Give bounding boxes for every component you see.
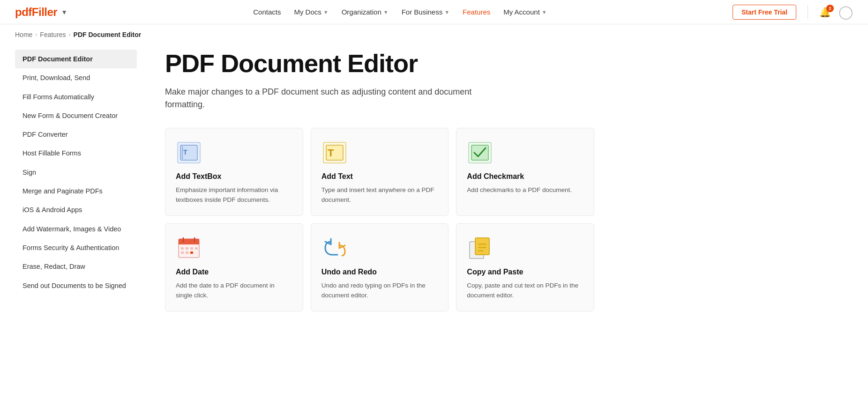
sidebar: PDF Document Editor Print, Download, Sen… (15, 45, 137, 311)
feature-card-textbox: T Add TextBox Emphasize important inform… (165, 128, 303, 216)
sidebar-item-new-form[interactable]: New Form & Document Creator (15, 106, 137, 125)
nav-organization[interactable]: Organization ▼ (342, 8, 389, 16)
svg-rect-17 (181, 251, 184, 254)
undo-desc: Undo and redo typing on PDFs in the docu… (322, 281, 438, 301)
account-chevron-icon: ▼ (542, 9, 547, 15)
logo-chevron-icon[interactable]: ▼ (61, 8, 67, 16)
logo-pdf-text: pdf (15, 6, 32, 18)
main-header: pdfFiller ▼ Contacts My Docs ▼ Organizat… (0, 0, 868, 24)
logo-area: pdfFiller ▼ (15, 6, 67, 19)
header-divider (808, 5, 808, 19)
sidebar-item-host-forms[interactable]: Host Fillable Forms (15, 144, 137, 162)
main-content: PDF Document Editor Make major changes t… (165, 45, 594, 311)
svg-rect-15 (186, 247, 188, 250)
notification-badge: 2 (826, 5, 834, 12)
addtext-title: Add Text (322, 172, 438, 181)
addtext-desc: Type and insert text anywhere on a PDF d… (322, 185, 438, 205)
sidebar-item-pdf-editor[interactable]: PDF Document Editor (15, 50, 137, 68)
sidebar-item-send-signed[interactable]: Send out Documents to be Signed (15, 276, 137, 295)
svg-rect-22 (475, 238, 489, 255)
breadcrumb: Home › Features › PDF Document Editor (0, 24, 868, 45)
sidebar-item-pdf-converter[interactable]: PDF Converter (15, 125, 137, 144)
business-chevron-icon: ▼ (444, 9, 449, 15)
date-desc: Add the date to a PDF document in single… (176, 281, 292, 301)
notification-bell[interactable]: 🔔 2 (819, 7, 831, 18)
checkmark-icon (467, 140, 493, 166)
breadcrumb-sep-1: › (35, 31, 37, 38)
start-trial-button[interactable]: Start Free Trial (733, 5, 796, 20)
user-avatar[interactable]: ◯ (838, 4, 853, 20)
date-icon (176, 235, 202, 261)
svg-rect-25 (478, 250, 484, 251)
feature-card-date: Add Date Add the date to a PDF document … (165, 223, 303, 311)
sidebar-item-merge[interactable]: Merge and Paginate PDFs (15, 182, 137, 200)
logo[interactable]: pdfFiller (15, 6, 57, 19)
copypaste-desc: Copy, paste and cut text on PDFs in the … (467, 281, 584, 301)
svg-rect-11 (179, 244, 199, 244)
textbox-icon: T (176, 140, 202, 166)
nav-forbusiness[interactable]: For Business ▼ (402, 8, 449, 16)
svg-text:T: T (328, 147, 334, 159)
mydocs-chevron-icon: ▼ (323, 9, 329, 15)
addtext-icon: T (322, 140, 348, 166)
undo-title: Undo and Redo (322, 268, 438, 276)
feature-card-copypaste: Copy and Paste Copy, paste and cut text … (456, 223, 594, 311)
sidebar-item-erase[interactable]: Erase, Redact, Draw (15, 257, 137, 276)
svg-rect-24 (478, 247, 486, 248)
page-subtitle: Make major changes to a PDF document suc… (165, 86, 493, 111)
checkmark-title: Add Checkmark (467, 172, 584, 181)
checkmark-desc: Add checkmarks to a PDF document. (467, 185, 584, 195)
svg-rect-14 (181, 247, 184, 250)
feature-card-checkmark: Add Checkmark Add checkmarks to a PDF do… (456, 128, 594, 216)
copypaste-title: Copy and Paste (467, 268, 584, 276)
nav-myaccount[interactable]: My Account ▼ (503, 8, 546, 16)
nav-features[interactable]: Features (463, 8, 490, 16)
sidebar-item-sign[interactable]: Sign (15, 163, 137, 182)
breadcrumb-current: PDF Document Editor (74, 31, 142, 38)
main-layout: PDF Document Editor Print, Download, Sen… (0, 45, 609, 340)
svg-text:T: T (183, 148, 187, 156)
date-title: Add Date (176, 268, 292, 276)
logo-filler-text: Filler (32, 6, 57, 18)
undo-icon (322, 235, 348, 261)
breadcrumb-sep-2: › (69, 31, 71, 38)
svg-rect-16 (190, 247, 193, 250)
sidebar-item-fill-forms[interactable]: Fill Forms Automatically (15, 88, 137, 106)
nav-contacts[interactable]: Contacts (253, 8, 281, 16)
feature-grid: T Add TextBox Emphasize important inform… (165, 128, 594, 311)
main-nav: Contacts My Docs ▼ Organization ▼ For Bu… (253, 8, 546, 16)
feature-card-addtext: T Add Text Type and insert text anywhere… (311, 128, 449, 216)
breadcrumb-features[interactable]: Features (40, 31, 66, 38)
sidebar-item-print[interactable]: Print, Download, Send (15, 68, 137, 87)
page-title: PDF Document Editor (165, 50, 594, 77)
textbox-desc: Emphasize important information via text… (176, 185, 292, 205)
svg-rect-20 (195, 247, 198, 250)
nav-mydocs[interactable]: My Docs ▼ (294, 8, 328, 16)
textbox-title: Add TextBox (176, 172, 292, 181)
breadcrumb-home[interactable]: Home (15, 31, 32, 38)
sidebar-item-ios-android[interactable]: iOS & Android Apps (15, 200, 137, 219)
feature-card-undo: Undo and Redo Undo and redo typing on PD… (311, 223, 449, 311)
svg-rect-18 (186, 251, 188, 254)
svg-rect-23 (478, 244, 486, 245)
svg-rect-19 (190, 251, 193, 254)
sidebar-item-security[interactable]: Forms Security & Authentication (15, 238, 137, 257)
org-chevron-icon: ▼ (383, 9, 389, 15)
header-actions: Start Free Trial 🔔 2 ◯ (733, 4, 853, 20)
sidebar-item-watermark[interactable]: Add Watermark, Images & Video (15, 220, 137, 238)
copypaste-icon (467, 235, 493, 261)
